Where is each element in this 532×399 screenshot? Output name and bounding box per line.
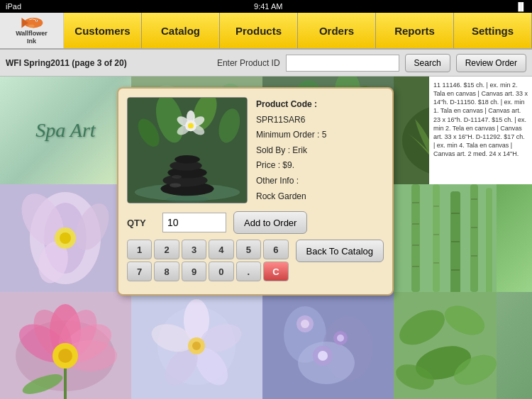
numpad-key-C[interactable]: C bbox=[263, 262, 288, 281]
main-content: Spa Art bbox=[0, 77, 532, 399]
product-code-label: Product Code : bbox=[256, 97, 384, 113]
tab-reports[interactable]: Reports bbox=[376, 13, 454, 48]
status-bar: iPad 9:41 AM ▐▌ bbox=[0, 0, 532, 13]
svg-point-3 bbox=[35, 21, 36, 21]
numpad-wrapper: 1234567890.C bbox=[127, 240, 289, 286]
orchid-image bbox=[131, 292, 262, 399]
numpad-key-6[interactable]: 6 bbox=[263, 240, 288, 259]
min-order-label: Minimum Order : 5 bbox=[256, 128, 384, 143]
numpad-key-7[interactable]: 7 bbox=[127, 262, 152, 281]
product-top-section: Product Code : SPR11SAR6 Minimum Order :… bbox=[127, 97, 384, 204]
other-info-label: Other Info : bbox=[256, 174, 384, 189]
qty-row: QTY Add to Order bbox=[127, 211, 384, 234]
flower-image bbox=[0, 184, 131, 292]
numpad-key-.[interactable]: . bbox=[236, 262, 261, 281]
flower-cell bbox=[0, 184, 131, 292]
logo-icon bbox=[18, 16, 46, 30]
catalog-button-section: Back To Catalog bbox=[289, 240, 384, 262]
svg-point-32 bbox=[60, 232, 71, 244]
right-sidebar-text: 11 11146. $15 ch. | ex. min 2. Tala en c… bbox=[429, 77, 532, 184]
product-details: Product Code : SPR11SAR6 Minimum Order :… bbox=[256, 97, 384, 204]
numpad-key-0[interactable]: 0 bbox=[209, 262, 233, 281]
tab-customers[interactable]: Customers bbox=[64, 13, 142, 48]
numpad-key-1[interactable]: 1 bbox=[127, 240, 152, 259]
nav-tabs: Customers Catalog Products Orders Report… bbox=[64, 13, 532, 48]
time-label: 9:41 AM bbox=[254, 2, 282, 11]
svg-point-62 bbox=[58, 349, 72, 363]
numpad: 1234567890.C bbox=[127, 240, 289, 281]
battery-icon: ▐▌ bbox=[515, 2, 526, 11]
svg-point-4 bbox=[28, 24, 34, 27]
price-label: Price : $9. bbox=[256, 158, 384, 174]
svg-point-79 bbox=[301, 320, 309, 328]
numpad-key-8[interactable]: 8 bbox=[154, 262, 179, 281]
logo: Wallflower Ink bbox=[0, 13, 64, 48]
purple-flowers-image bbox=[262, 292, 394, 399]
svg-point-81 bbox=[337, 335, 344, 342]
numpad-key-5[interactable]: 5 bbox=[236, 240, 261, 259]
svg-point-109 bbox=[172, 175, 182, 179]
svg-point-73 bbox=[192, 342, 201, 350]
qty-label: QTY bbox=[127, 218, 155, 228]
tab-settings[interactable]: Settings bbox=[454, 13, 532, 48]
logo-text: Wallflower Ink bbox=[16, 30, 48, 45]
product-code-value: SPR11SAR6 bbox=[256, 113, 384, 128]
lily-cell bbox=[0, 292, 131, 399]
svg-point-108 bbox=[170, 183, 181, 187]
purple-flowers-cell bbox=[262, 292, 394, 399]
tab-orders[interactable]: Orders bbox=[298, 13, 376, 48]
tab-products[interactable]: Products bbox=[220, 13, 298, 48]
lily-image bbox=[0, 292, 131, 399]
search-label: Enter Product ID bbox=[217, 58, 280, 68]
svg-point-110 bbox=[166, 196, 208, 203]
spa-art-cell: Spa Art bbox=[0, 77, 131, 184]
carrier-label: iPad bbox=[6, 2, 21, 11]
qty-input[interactable] bbox=[162, 213, 226, 232]
back-to-catalog-button[interactable]: Back To Catalog bbox=[296, 240, 384, 262]
search-button[interactable]: Search bbox=[405, 54, 450, 72]
page-title: WFI Spring2011 (page 3 of 20) bbox=[6, 58, 127, 68]
review-order-button[interactable]: Review Order bbox=[456, 54, 526, 72]
tropical-leaves-cell bbox=[394, 292, 532, 399]
orchid-cell bbox=[131, 292, 262, 399]
other-info-value: Rock Garden bbox=[256, 189, 384, 205]
numpad-key-3[interactable]: 3 bbox=[182, 240, 206, 259]
numpad-key-4[interactable]: 4 bbox=[209, 240, 233, 259]
svg-point-101 bbox=[188, 123, 194, 128]
numpad-key-2[interactable]: 2 bbox=[154, 240, 179, 259]
numpad-key-9[interactable]: 9 bbox=[182, 262, 206, 281]
svg-point-107 bbox=[174, 155, 200, 164]
add-to-order-button[interactable]: Add to Order bbox=[233, 211, 307, 234]
numpad-section: 1234567890.C Back To Catalog bbox=[127, 240, 384, 286]
spa-art-text: Spa Art bbox=[35, 119, 95, 142]
product-id-input[interactable] bbox=[286, 55, 399, 72]
bamboo-image bbox=[394, 184, 497, 292]
tropical-image bbox=[394, 292, 497, 399]
toolbar: WFI Spring2011 (page 3 of 20) Enter Prod… bbox=[0, 50, 532, 77]
product-detail-overlay: Product Code : SPR11SAR6 Minimum Order :… bbox=[117, 87, 394, 296]
product-image bbox=[127, 97, 248, 203]
svg-point-83 bbox=[318, 351, 328, 361]
svg-rect-52 bbox=[394, 184, 497, 292]
sold-by-label: Sold By : Erik bbox=[256, 143, 384, 159]
product-stones-svg bbox=[128, 97, 247, 203]
bamboo-cell bbox=[394, 184, 532, 292]
tab-catalog[interactable]: Catalog bbox=[142, 13, 220, 48]
header: Wallflower Ink Customers Catalog Product… bbox=[0, 13, 532, 50]
